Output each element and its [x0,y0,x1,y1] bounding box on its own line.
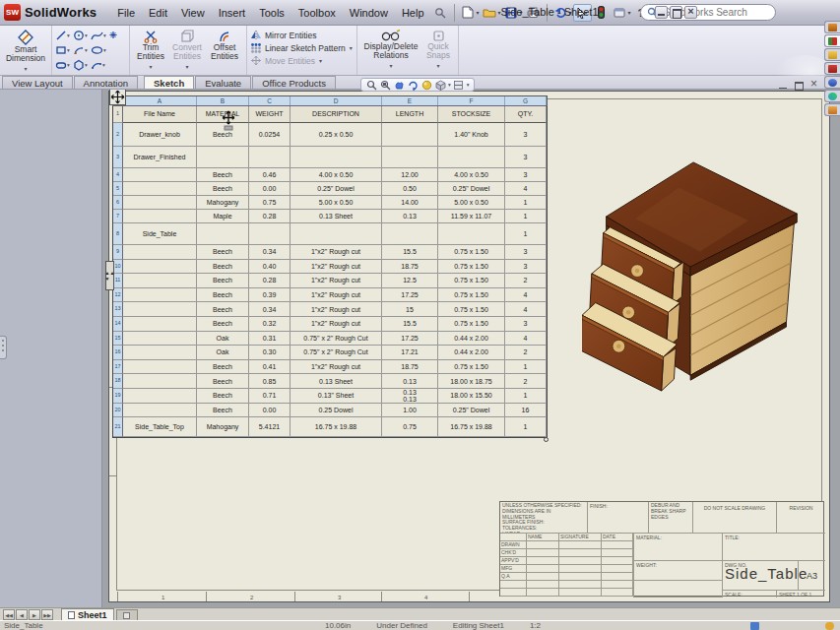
table-cell[interactable]: 1 [505,223,547,245]
table-cell[interactable]: 4 [505,332,547,346]
circle-tool[interactable]: ▾ [73,30,91,41]
table-cell[interactable]: Beech [197,288,249,303]
table-cell[interactable]: 0.25" Dowel [291,182,382,196]
table-cell[interactable] [123,288,197,303]
row-header[interactable]: 10 [113,260,123,275]
table-cell[interactable]: 0.46 [249,168,291,182]
tab-view-palette[interactable] [824,62,840,75]
table-cell[interactable] [123,182,197,196]
table-cell[interactable] [123,274,197,288]
ellipse-tool[interactable]: ▾ [91,44,108,56]
table-cell[interactable]: 0.75 x 1.50 [438,302,505,317]
table-row[interactable]: 15Oak0.310.75" x 2" Rough Cut17.250.44 x… [113,332,547,346]
table-cell[interactable]: Beech [197,389,249,404]
column-header-B[interactable]: B [197,96,249,105]
table-row[interactable]: 9Beech0.341"x2" Rough cut15.50.75 x 1.50… [113,245,547,260]
dropdown-caret-icon[interactable]: ▾ [448,82,451,88]
table-cell[interactable]: Oak [197,346,249,360]
table-cell[interactable] [123,374,197,389]
dropdown-caret-icon[interactable]: ▾ [350,44,353,51]
table-cell[interactable]: 0.50 [382,182,438,196]
table-cell[interactable]: 15.5 [382,245,438,260]
table-cell[interactable]: 0.44 x 2.00 [438,332,505,346]
table-cell[interactable] [123,404,197,418]
table-cell[interactable]: 4.00 x 0.50 [291,168,382,182]
row-header[interactable]: 6 [113,196,123,210]
table-cell[interactable]: 3 [505,317,547,332]
table-cell[interactable]: 1 [505,389,547,404]
table-cell[interactable]: WEIGHT [249,106,291,123]
child-minimize-button[interactable] [776,80,790,91]
table-cell[interactable] [123,317,197,332]
table-cell[interactable]: 0.13 0.13 [382,389,438,404]
table-cell[interactable]: 0.75" x 2" Rough Cut [291,332,382,346]
smart-dimension-button[interactable]: Smart Dimension ▾ [3,28,48,72]
table-cell[interactable]: 4 [505,182,547,196]
row-header[interactable]: 14 [113,317,123,332]
table-cell[interactable]: QTY. [505,106,547,123]
trim-entities-button[interactable]: Trim Entities ▾ [133,28,168,70]
view-orientation-icon[interactable] [435,80,446,91]
row-header[interactable]: 18 [113,374,123,389]
table-row[interactable]: 11Beech0.281"x2" Rough cut12.50.75 x 1.5… [113,274,547,288]
tab-custom-properties[interactable] [824,90,840,102]
child-close-button[interactable] [808,80,821,91]
table-cell[interactable] [123,196,197,210]
table-cell[interactable]: 0.39 [249,288,291,303]
table-row[interactable]: 20Beech0.000.25 Dowel1.000.25" Dowel16 [113,404,547,418]
menu-file[interactable]: File [110,4,142,22]
menu-view[interactable]: View [174,4,212,22]
table-cell[interactable]: 0.32 [249,317,291,332]
column-header-A[interactable]: A [123,96,197,105]
table-cell[interactable]: 16 [505,404,547,418]
table-cell[interactable] [249,147,291,168]
panel-handle[interactable] [0,336,7,359]
table-cell[interactable]: 0.71 [249,389,291,404]
table-cell[interactable] [438,223,505,245]
table-row[interactable]: 3Drawer_Finished3 [113,147,547,168]
table-row[interactable]: 4Beech0.464.00 x 0.5012.004.00 x 0.503 [113,168,547,182]
table-cell[interactable]: 16.75 x 19.88 [291,417,382,437]
last-sheet-button[interactable]: ▶▶ [41,609,53,620]
row-header[interactable]: 7 [113,210,123,223]
tab-view-layout[interactable]: View Layout [2,76,73,89]
table-cell[interactable]: 3 [505,123,547,147]
table-cell[interactable] [123,245,197,260]
table-cell[interactable]: 1"x2" Rough cut [291,317,382,332]
table-cell[interactable]: 0.13 Sheet [291,374,382,389]
table-cell[interactable]: 0.28 [249,210,291,223]
table-cell[interactable]: Beech [197,274,249,288]
table-cell[interactable]: 0.75 x 1.50 [438,360,505,375]
table-cell[interactable]: 0.25 Dowel [291,404,382,418]
table-cell[interactable] [382,223,438,245]
table-cell[interactable]: 0.13 [382,210,438,223]
rotate-view-icon[interactable] [408,80,419,91]
table-cell[interactable] [123,210,197,223]
tab-annotation[interactable]: Annotation [74,76,138,89]
table-cell[interactable] [249,223,291,245]
table-cell[interactable] [382,147,438,168]
row-header[interactable]: 21 [113,417,123,437]
row-header[interactable]: 8 [113,223,123,245]
table-resize-handle[interactable] [544,437,549,442]
menu-toolbox[interactable]: Toolbox [291,4,343,22]
row-header[interactable]: 2 [113,123,123,147]
tab-appearances[interactable] [824,76,840,89]
column-header-F[interactable]: F [438,96,505,105]
table-cell[interactable]: 5.00 x 0.50 [438,196,505,210]
table-row[interactable]: 13Beech0.341"x2" Rough cut150.75 x 1.504 [113,302,547,317]
table-cell[interactable] [291,147,382,168]
table-cell[interactable]: STOCKSIZE [438,106,505,123]
table-cell[interactable] [382,123,438,147]
table-cell[interactable] [197,147,249,168]
display-delete-relations-button[interactable]: Display/Delete Relations ▾ [360,28,421,69]
table-cell[interactable]: 0.25" Dowel [438,404,505,418]
table-cell[interactable]: 0.13" Sheet [291,389,382,404]
table-cell[interactable]: 0.0254 [249,123,291,147]
next-sheet-button[interactable]: ▶ [29,609,40,620]
zoom-to-area-icon[interactable] [380,80,391,91]
spline-tool[interactable]: ▾ [91,30,108,41]
bom-table-body[interactable]: 1File NameMATERIALWEIGHTDESCRIPTIONLENGT… [112,106,548,438]
table-row[interactable]: 16Oak0.300.75" x 2" Rough Cut17.210.44 x… [113,346,547,360]
line-tool[interactable]: ▾ [55,30,73,41]
